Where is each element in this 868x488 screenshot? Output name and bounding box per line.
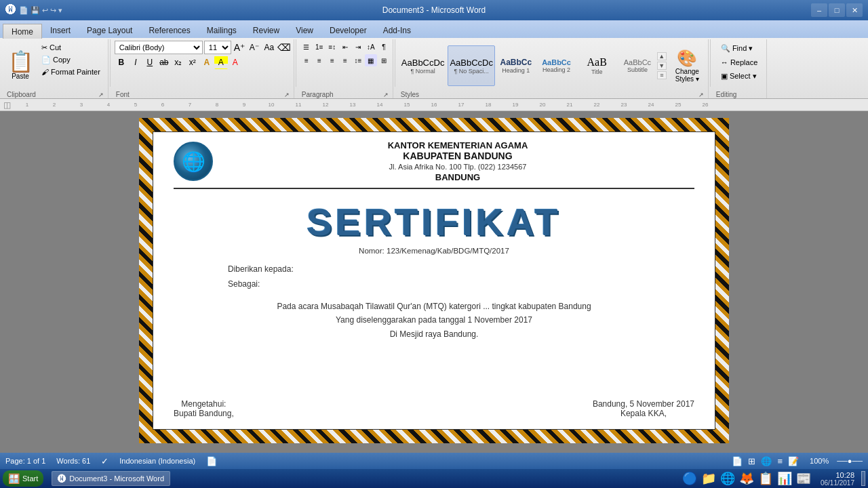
multilevel-button[interactable]: ≡↕: [326, 41, 338, 53]
taskbar-app3-icon[interactable]: 📋: [758, 471, 773, 486]
font-name-select[interactable]: Calibri (Body): [115, 41, 203, 54]
ruler-mark: 24: [637, 102, 665, 108]
font-row-2: B I U ab x₂ x² A A A: [115, 56, 291, 69]
format-painter-button[interactable]: 🖌 Format Painter: [38, 66, 104, 77]
tab-page-layout[interactable]: Page Layout: [79, 23, 140, 38]
bullets-button[interactable]: ☰: [300, 41, 313, 53]
view-outline-icon[interactable]: ≡: [777, 456, 783, 466]
subscript-button[interactable]: x₂: [172, 56, 185, 69]
strikethrough-button[interactable]: ab: [157, 56, 171, 69]
statusbar-right: 📄 ⊞ 🌐 ≡ 📝 100% ──●──: [732, 456, 863, 466]
font-color-button[interactable]: A: [229, 56, 242, 69]
cert-footer-right: Bandung, 5 November 2017 Kepala KKA,: [593, 399, 694, 418]
line-spacing-button[interactable]: ↕≡: [352, 54, 364, 66]
taskbar: 🪟 Start 🅦 Document3 - Microsoft Word 🔵 📁…: [0, 469, 868, 488]
ruler-mark: 2: [41, 102, 68, 108]
tab-mailings[interactable]: Mailings: [199, 23, 245, 38]
font-label: Font: [116, 91, 130, 98]
align-right-button[interactable]: ≡: [326, 54, 338, 66]
styles-scroll-down[interactable]: ▼: [657, 62, 667, 70]
clipboard-expand-icon[interactable]: ↗: [98, 92, 104, 98]
word-taskbar-icon: 🅦: [58, 474, 66, 484]
show-desktop-button[interactable]: [861, 471, 865, 486]
style-heading2[interactable]: AaBbCc Heading 2: [537, 45, 576, 86]
borders-button[interactable]: ⊞: [378, 54, 390, 66]
sort-button[interactable]: ↕A: [365, 41, 377, 53]
tab-references[interactable]: References: [140, 23, 198, 38]
taskbar-app5-icon[interactable]: 📰: [796, 471, 811, 486]
ruler-icon: ◫: [3, 100, 11, 110]
ruler-mark: 16: [420, 102, 448, 108]
replace-button[interactable]: ↔ Replace: [716, 56, 762, 68]
show-formatting-button[interactable]: ¶: [378, 41, 390, 53]
zoom-slider[interactable]: ──●──: [837, 457, 863, 465]
numbering-button[interactable]: 1≡: [313, 41, 326, 53]
word-count: Words: 61: [56, 457, 90, 465]
italic-button[interactable]: I: [129, 56, 142, 69]
style-normal[interactable]: AaBbCcDc ¶ Normal: [399, 45, 447, 86]
spell-check-icon: ✓: [101, 456, 108, 466]
find-button[interactable]: 🔍 Find ▾: [716, 42, 762, 55]
highlight-color-button[interactable]: A: [214, 56, 228, 69]
view-normal-icon[interactable]: 📄: [732, 456, 743, 466]
font-expand-icon[interactable]: ↗: [284, 92, 290, 98]
bold-button[interactable]: B: [115, 56, 128, 69]
styles-expand-icon[interactable]: ↗: [698, 92, 704, 98]
start-button[interactable]: 🪟 Start: [3, 470, 43, 487]
tab-addins[interactable]: Add-Ins: [375, 23, 419, 38]
taskbar-app1-icon[interactable]: 🌐: [720, 471, 735, 486]
view-web-icon[interactable]: 🌐: [761, 456, 772, 466]
minimize-button[interactable]: –: [811, 3, 827, 17]
style-no-spacing[interactable]: AaBbCcDc ¶ No Spaci...: [448, 45, 495, 86]
select-button[interactable]: ▣ Select ▾: [716, 70, 762, 83]
taskbar-app2-icon[interactable]: 🦊: [739, 471, 754, 486]
tab-insert[interactable]: Insert: [42, 23, 79, 38]
ruler-mark: 4: [95, 102, 122, 108]
increase-indent-button[interactable]: ⇥: [352, 41, 364, 53]
text-effects-button[interactable]: A: [200, 56, 214, 69]
copy-button[interactable]: 📄 Copy: [38, 54, 104, 66]
paste-button[interactable]: 📋 Paste: [5, 49, 35, 82]
tab-review[interactable]: Review: [245, 23, 288, 38]
tab-view[interactable]: View: [288, 23, 321, 38]
shrink-font-button[interactable]: A⁻: [248, 41, 261, 54]
taskbar-fm-icon[interactable]: 📁: [701, 471, 716, 486]
language-indicator[interactable]: Indonesian (Indonesia): [119, 457, 195, 465]
paragraph-expand-icon[interactable]: ↗: [383, 92, 389, 98]
styles-scroll-up[interactable]: ▲: [657, 52, 667, 60]
font-size-select[interactable]: 11: [204, 41, 231, 54]
para-row-1: ☰ 1≡ ≡↕ ⇤ ⇥ ↕A ¶: [300, 41, 390, 53]
superscript-button[interactable]: x²: [186, 56, 199, 69]
statusbar: Page: 1 of 1 Words: 61 ✓ Indonesian (Ind…: [0, 453, 868, 469]
ruler-mark: 13: [339, 102, 366, 108]
cut-button[interactable]: ✂ Cut: [38, 42, 104, 54]
styles-more[interactable]: ≡: [657, 71, 667, 79]
taskbar-ie-icon[interactable]: 🔵: [682, 471, 697, 486]
decrease-indent-button[interactable]: ⇤: [339, 41, 351, 53]
style-heading1[interactable]: AaBbCc Heading 1: [496, 45, 536, 86]
taskbar-app4-icon[interactable]: 📊: [777, 471, 792, 486]
change-styles-icon: 🎨: [677, 49, 697, 68]
view-draft-icon[interactable]: 📝: [788, 456, 799, 466]
align-left-button[interactable]: ≡: [300, 54, 313, 66]
change-case-button[interactable]: Aa: [262, 41, 276, 54]
tab-home[interactable]: Home: [3, 24, 42, 39]
underline-button[interactable]: U: [143, 56, 157, 69]
grow-font-button[interactable]: A⁺: [233, 41, 246, 54]
shading-button[interactable]: ▦: [365, 54, 377, 66]
change-styles-button[interactable]: 🎨 ChangeStyles ▾: [669, 45, 705, 86]
close-button[interactable]: ✕: [846, 3, 863, 17]
style-title[interactable]: AaB Title: [577, 45, 616, 86]
clock-time: 10:28: [835, 471, 854, 479]
style-subtitle[interactable]: AaBbCc Subtitle: [618, 45, 657, 86]
tab-developer[interactable]: Developer: [321, 23, 375, 38]
justify-button[interactable]: ≡: [339, 54, 351, 66]
view-fullscreen-icon[interactable]: ⊞: [748, 456, 755, 466]
taskbar-word-item[interactable]: 🅦 Document3 - Microsoft Word: [52, 471, 170, 486]
clear-formatting-button[interactable]: ⌫: [277, 41, 291, 54]
page-indicator: Page: 1 of 1: [5, 457, 45, 465]
maximize-button[interactable]: □: [829, 3, 845, 17]
align-center-button[interactable]: ≡: [313, 54, 326, 66]
document-area[interactable]: 🌐 KANTOR KEMENTERIAN AGAMA KABUPATEN BAN…: [0, 111, 868, 453]
paragraph-group: ☰ 1≡ ≡↕ ⇤ ⇥ ↕A ¶ ≡ ≡ ≡ ≡ ↕≡ ▦ ⊞ Paragrap…: [298, 39, 393, 98]
